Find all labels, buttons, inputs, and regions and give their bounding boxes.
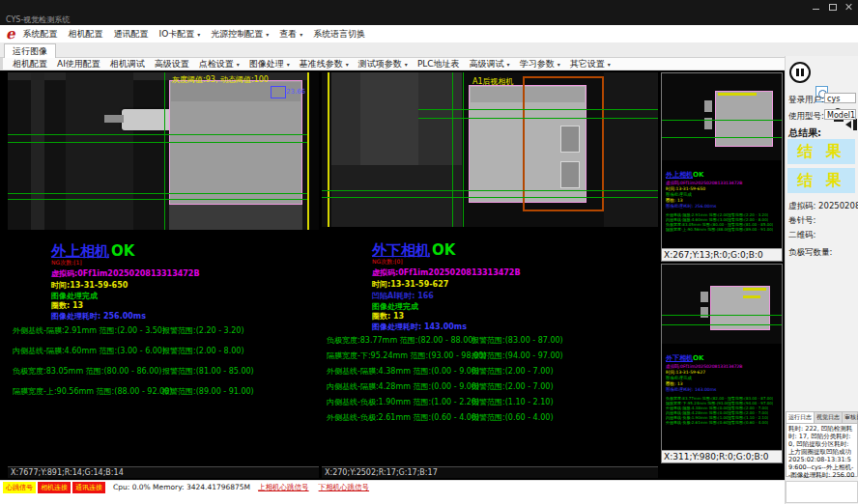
alarm-range: 报警范围:(94.00 - 97.00) (472, 350, 563, 361)
virtual-code-text: 虚拟码:0Ff1im2025020813313472B (51, 268, 200, 279)
machine-frame (31, 72, 44, 230)
measure-row: 负极宽度:83.77mm 范围:(82.00 - 88.00) (327, 335, 475, 346)
left-pixel-coords: X:7677;Y:891;R:14;G:14;B:14 (8, 466, 319, 478)
ng-count-text: NG次数:[1] (51, 259, 82, 267)
tool-image-processing[interactable]: 图像处理 (249, 58, 290, 70)
menu-item-camera-config[interactable]: 相机配置 (69, 28, 103, 41)
mini-top-result-panel: 外上相机OK 虚拟码:0Ff1im2025020813313472B 时间:13… (666, 162, 780, 249)
log-tab-run[interactable]: 运行日志 (786, 412, 815, 423)
alarm-range: 报警范围:(1.10 - 2.10) (472, 397, 554, 407)
loop-count-text: 圈数: 13 (372, 311, 404, 322)
login-user-field[interactable]: cys (824, 93, 856, 103)
log-text: 耗时: 222, 凹陷检测耗时: 17, 凹陷分类耗时: 0, 凹陷提取分区耗时… (786, 424, 857, 488)
total-result-label: 总结果: (788, 126, 821, 140)
close-icon[interactable] (844, 3, 853, 11)
reflective-tab (704, 100, 712, 112)
tool-camera-debug[interactable]: 相机调试 (110, 58, 145, 70)
menu-item-system-config[interactable]: 系统配置 (23, 28, 58, 41)
elapsed-text: 图像处理耗时: 143.00ms (372, 322, 467, 332)
qr-code-label: 二维码: (788, 230, 815, 241)
tool-learning-params[interactable]: 学习参数 (520, 58, 560, 70)
measure-row: 隔膜宽度-上:90.56mm 范围:(88.00 - 92.00)报警范围:(8… (666, 227, 780, 232)
log-tab-audit[interactable]: 审核日志 (843, 412, 858, 423)
reflective-tab (701, 292, 708, 302)
log-tabs: 运行日志 视觉日志 审核日志 (786, 412, 857, 424)
reflective-tab (560, 126, 580, 153)
measure-row: 负极宽度:83.05mm 范围:(80.00 - 86.00) (13, 366, 161, 377)
measure-roi-box (271, 86, 286, 98)
camera-overlay-label: A1后视相机 (472, 76, 514, 87)
menu-item-language[interactable]: 系统语言切换 (313, 28, 365, 41)
baseline-line (662, 324, 782, 325)
menu-item-comm-config[interactable]: 通讯配置 (114, 28, 149, 41)
tool-test-params[interactable]: 测试项参数 (358, 58, 408, 70)
measure-row: 外侧基线-隔膜:2.91mm 范围:(2.00 - 3.50) (13, 325, 165, 336)
overlay-mark (718, 93, 757, 96)
baseline-line (8, 134, 319, 135)
tool-advanced-settings[interactable]: 高级设置 (155, 58, 189, 70)
mini-top-camera-view[interactable]: 外上相机OK 虚拟码:0Ff1im2025020813313472B 时间:13… (661, 72, 783, 262)
edge-marker-line (328, 72, 329, 227)
tool-baseline-params[interactable]: 基准线参数 (300, 58, 349, 70)
left-camera-view[interactable]: 灰度阈值:93, 动态阈值:100 23.66 外上相机OK NG次数:[1] … (8, 72, 319, 478)
tool-advanced-debug[interactable]: 高级调试 (470, 58, 510, 70)
baseline-line (8, 193, 319, 194)
alarm-range: 报警范围:(2.20 - 3.20) (162, 325, 244, 336)
alarm-range: 报警范围:(2.00 - 7.00) (472, 366, 554, 377)
measure-row: 外侧基线-负极:2.61mm 范围:(0.60 - 4.00)报警范围:(0.6… (666, 420, 780, 425)
threshold-overlay-text: 灰度阈值:93, 动态阈值:100 (172, 74, 269, 85)
model-field[interactable]: Model1 (824, 109, 856, 120)
result-ok-text: OK (111, 242, 134, 260)
alarm-range: 报警范围:(81.00 - 85.00) (162, 366, 254, 377)
machine-frame (331, 165, 462, 227)
alarm-range: 报警范围:(2.00 - 7.00) (472, 381, 554, 392)
menu-item-io-config[interactable]: IO卡配置 (159, 28, 201, 41)
machine-frame (8, 72, 319, 80)
app-logo-icon: e (6, 27, 15, 41)
lower-camera-heartbeat-warning[interactable]: 下相机心跳信号 (319, 483, 370, 492)
elapsed-text: 图像处理耗时: 256.00ms (51, 311, 146, 322)
baseline-line (322, 197, 658, 198)
overlay-mark (743, 288, 766, 291)
measure-value-text: 23.66 (286, 88, 305, 96)
measure-row: 外侧基线-负极:2.61mm 范围:(0.60 - 4.00) (327, 412, 479, 423)
menu-item-light-config[interactable]: 光源控制配置 (211, 28, 269, 41)
comm-connection-badge: 通讯连接 (72, 482, 105, 493)
baseline-line (8, 142, 319, 143)
tool-plc-address[interactable]: PLC地址表 (417, 58, 460, 70)
result-ok-text: OK (693, 354, 703, 362)
upper-camera-heartbeat-warning[interactable]: 上相机心跳信号 (258, 483, 309, 492)
toolbar: 相机配置 AI使用配置 相机调试 高级设置 点检设置 图像处理 基准线参数 测试… (0, 58, 858, 70)
machine-frame (309, 72, 319, 230)
measure-row: 隔膜宽度-下:95.24mm 范围:(93.00 - 98.00) (327, 350, 486, 361)
menu-item-view[interactable]: 查看 (279, 28, 302, 41)
tool-camera-config[interactable]: 相机配置 (13, 58, 47, 70)
pause-button[interactable] (789, 62, 811, 83)
mini-top-image (662, 73, 782, 160)
middle-pixel-coords: X:270;Y:2502;R:17;G:17;B:17 (322, 466, 658, 478)
virtual-code-text: 虚拟码:0Ff1im2025020813313472B (372, 267, 521, 278)
maximize-icon[interactable] (828, 3, 837, 11)
window-title: CYS-视觉检测系统 (6, 14, 70, 25)
alarm-range: 报警范围:(83.00 - 87.00) (472, 335, 563, 346)
minimize-icon[interactable] (812, 3, 820, 11)
middle-camera-view[interactable]: A1后视相机 外下相机OK NG次数:[0] 虚拟码:0Ff1im2025020… (322, 72, 658, 478)
machine-frame (66, 72, 133, 230)
title-bar: CYS-视觉检测系统 (0, 0, 858, 25)
overlay-mark (743, 295, 760, 298)
camera-connection-badge: 相机连接 (38, 482, 71, 493)
tool-ai-config[interactable]: AI使用配置 (57, 58, 100, 70)
gripper-cable (104, 115, 124, 123)
tool-spot-check[interactable]: 点检设置 (199, 58, 240, 70)
cell-region-bottom (169, 205, 302, 230)
time-text: 时间:13-31-59-650 (51, 280, 128, 291)
mini-bottom-image (662, 265, 782, 344)
result-badge-top: 结 果 (787, 139, 855, 164)
mini-bottom-camera-view[interactable]: 外下相机OK 虚拟码:0Ff1im2025020813313472B 时间:13… (661, 264, 783, 463)
tool-other-settings[interactable]: 其它设置 (570, 58, 611, 70)
camera-name: 外上相机 (51, 242, 109, 260)
camera-result-title: 外上相机OK (51, 241, 134, 261)
measure-row: 内侧基线-负极:1.90mm 范围:(1.00 - 2.20) (327, 397, 479, 407)
log-tab-vision[interactable]: 视觉日志 (815, 412, 843, 423)
mini-bottom-result-panel: 外下相机OK 虚拟码:0Ff1im2025020813313472B 时间:13… (666, 346, 780, 448)
